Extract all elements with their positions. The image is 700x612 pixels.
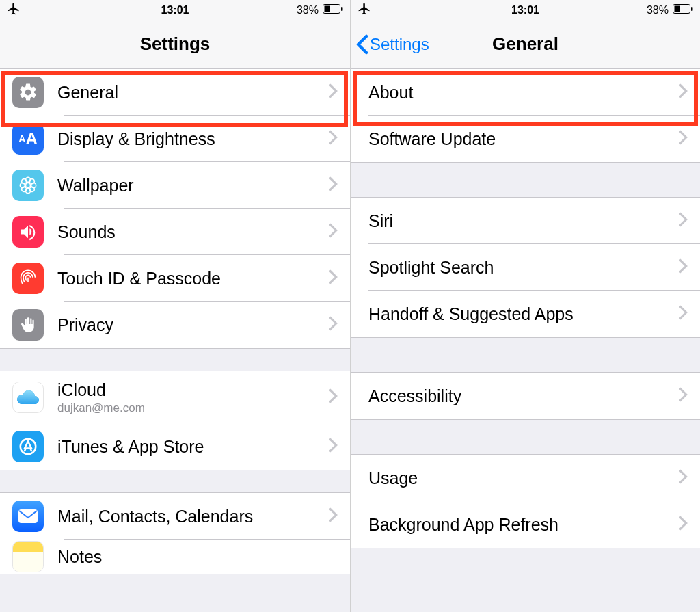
row-label: Handoff & Suggested Apps — [368, 304, 678, 324]
mail-icon — [12, 501, 44, 532]
nav-bar: Settings General — [351, 21, 700, 68]
chevron-right-icon — [678, 516, 688, 533]
back-label: Settings — [370, 35, 429, 54]
svg-rect-13 — [18, 509, 38, 523]
gear-icon — [12, 77, 44, 108]
chevron-right-icon — [678, 258, 688, 276]
chevron-right-icon — [328, 223, 338, 241]
row-background-app-refresh[interactable]: Background App Refresh — [351, 501, 700, 548]
flower-icon — [12, 170, 44, 201]
back-button[interactable]: Settings — [356, 34, 429, 55]
row-label: About — [368, 83, 678, 103]
row-handoff-suggested-apps[interactable]: Handoff & Suggested Apps — [351, 291, 700, 337]
status-time: 13:01 — [351, 4, 700, 16]
row-label: Wallpaper — [57, 176, 328, 196]
page-title: General — [492, 34, 558, 55]
general-group-3: Accessibility — [351, 372, 700, 420]
chevron-right-icon — [328, 438, 338, 455]
row-label: iCloud — [57, 380, 328, 400]
chevron-right-icon — [328, 176, 338, 194]
chevron-right-icon — [328, 269, 338, 287]
fingerprint-icon — [12, 263, 44, 294]
row-label: Software Update — [368, 129, 678, 149]
svg-point-3 — [26, 183, 31, 188]
chevron-right-icon — [678, 387, 688, 405]
row-label: Background App Refresh — [368, 515, 678, 535]
speaker-icon — [12, 216, 44, 248]
row-accessibility[interactable]: Accessibility — [351, 373, 700, 419]
row-privacy[interactable]: Privacy — [0, 302, 350, 348]
general-group-2: Siri Spotlight Search Handoff & Suggeste… — [351, 197, 700, 338]
row-label: Touch ID & Passcode — [57, 269, 328, 289]
chevron-right-icon — [678, 305, 688, 323]
status-time: 13:01 — [0, 4, 350, 16]
status-bar: 13:01 38% — [0, 0, 350, 21]
hand-icon — [12, 309, 44, 341]
chevron-right-icon — [678, 83, 688, 101]
row-touchid-passcode[interactable]: Touch ID & Passcode — [0, 255, 350, 302]
status-bar: 13:01 38% — [351, 0, 700, 21]
row-label: iTunes & App Store — [57, 437, 328, 457]
settings-group-3: Mail, Contacts, Calendars Notes — [0, 492, 350, 574]
settings-screen: 13:01 38% Settings General AA Display & … — [0, 0, 350, 612]
row-label: General — [57, 83, 328, 103]
chevron-right-icon — [328, 507, 338, 525]
settings-group-2: iCloud dujkan@me.com iTunes & App Store — [0, 371, 350, 470]
page-title: Settings — [140, 34, 211, 55]
notes-icon — [12, 541, 44, 572]
chevron-right-icon — [678, 212, 688, 230]
row-label: Mail, Contacts, Calendars — [57, 507, 328, 527]
chevron-right-icon — [328, 130, 338, 148]
row-spotlight-search[interactable]: Spotlight Search — [351, 244, 700, 291]
row-mail-contacts-calendars[interactable]: Mail, Contacts, Calendars — [0, 493, 350, 540]
general-group-4: Usage Background App Refresh — [351, 454, 700, 548]
row-usage[interactable]: Usage — [351, 455, 700, 501]
row-wallpaper[interactable]: Wallpaper — [0, 162, 350, 209]
row-label: Spotlight Search — [368, 258, 678, 278]
row-siri[interactable]: Siri — [351, 198, 700, 244]
row-label: Usage — [368, 468, 678, 488]
row-label: Accessibility — [368, 386, 678, 406]
row-icloud[interactable]: iCloud dujkan@me.com — [0, 371, 350, 423]
row-label: Siri — [368, 211, 678, 231]
row-sounds[interactable]: Sounds — [0, 209, 350, 255]
row-subtitle: dujkan@me.com — [57, 401, 328, 415]
chevron-right-icon — [328, 83, 338, 101]
text-size-icon: AA — [12, 123, 44, 155]
row-itunes-appstore[interactable]: iTunes & App Store — [0, 423, 350, 470]
row-notes[interactable]: Notes — [0, 540, 350, 574]
chevron-right-icon — [328, 316, 338, 334]
row-label: Privacy — [57, 315, 328, 335]
row-label: Sounds — [57, 222, 328, 242]
cloud-icon — [12, 382, 44, 413]
settings-group-1: General AA Display & Brightness Wallpape… — [0, 68, 350, 349]
nav-bar: Settings — [0, 21, 350, 68]
row-general[interactable]: General — [0, 69, 350, 116]
general-screen: 13:01 38% Settings General About Softwar… — [350, 0, 700, 612]
chevron-right-icon — [678, 469, 688, 487]
chevron-right-icon — [678, 130, 688, 148]
row-label: Display & Brightness — [57, 129, 328, 149]
row-software-update[interactable]: Software Update — [351, 116, 700, 162]
appstore-icon — [12, 431, 44, 462]
row-label: Notes — [57, 547, 338, 567]
general-group-1: About Software Update — [351, 68, 700, 163]
row-display-brightness[interactable]: AA Display & Brightness — [0, 116, 350, 162]
row-about[interactable]: About — [351, 69, 700, 116]
chevron-right-icon — [328, 388, 338, 406]
